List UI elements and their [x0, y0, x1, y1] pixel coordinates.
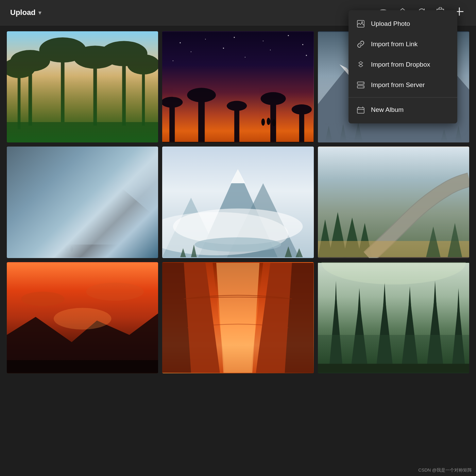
photo-cell-5[interactable]: [162, 147, 313, 258]
photo-image-1: [7, 31, 158, 142]
dropbox-icon: [357, 61, 365, 69]
svg-point-34: [205, 39, 206, 39]
dropdown-item-import-link[interactable]: Import from Link: [348, 34, 457, 54]
svg-rect-101: [7, 360, 158, 373]
svg-point-100: [86, 283, 144, 301]
svg-point-52: [261, 92, 286, 105]
svg-rect-49: [234, 108, 239, 142]
svg-point-13: [363, 87, 363, 87]
svg-point-35: [234, 37, 235, 38]
svg-rect-25: [122, 54, 126, 126]
chevron-down-icon: ▾: [38, 10, 41, 16]
svg-point-57: [272, 119, 276, 126]
svg-point-8: [361, 21, 363, 23]
svg-rect-66: [7, 147, 158, 257]
svg-rect-31: [7, 122, 158, 142]
svg-rect-45: [170, 104, 175, 142]
svg-point-83: [195, 237, 281, 252]
upload-photo-label: Upload Photo: [371, 20, 410, 28]
photo-cell-7[interactable]: [7, 262, 158, 373]
svg-marker-67: [7, 169, 158, 257]
album-icon: [357, 106, 365, 114]
photo-cell-8[interactable]: [162, 262, 313, 373]
upload-dropdown-button[interactable]: Upload ▾: [10, 8, 41, 17]
import-link-label: Import from Link: [371, 40, 418, 48]
import-server-label: Import from Server: [371, 81, 425, 89]
photo-image-6: [318, 147, 469, 258]
svg-point-41: [302, 44, 303, 45]
import-dropbox-label: Import from Dropbox: [371, 61, 430, 68]
svg-point-74: [65, 245, 68, 251]
upload-photo-icon: [357, 20, 365, 28]
svg-rect-14: [357, 108, 364, 113]
svg-marker-68: [43, 169, 108, 198]
photo-cell-4[interactable]: [7, 147, 158, 258]
svg-point-39: [223, 48, 224, 49]
svg-marker-65: [455, 126, 462, 142]
svg-point-42: [173, 61, 173, 61]
svg-marker-63: [354, 122, 362, 142]
upload-dropdown-menu: Upload Photo Import from Link Import fro…: [348, 10, 457, 123]
svg-rect-118: [318, 364, 469, 373]
upload-label: Upload: [10, 8, 36, 17]
svg-point-70: [29, 171, 57, 182]
dropdown-item-import-dropbox[interactable]: Import from Dropbox: [348, 54, 457, 75]
svg-point-99: [21, 292, 64, 306]
svg-point-73: [60, 245, 62, 251]
svg-point-48: [187, 88, 216, 102]
svg-point-40: [270, 50, 271, 50]
watermark: CSDN @我是一个对称矩阵: [418, 467, 472, 473]
svg-point-37: [288, 35, 289, 36]
svg-rect-93: [318, 241, 469, 257]
svg-point-56: [267, 118, 271, 125]
svg-point-33: [180, 42, 181, 43]
svg-rect-29: [142, 64, 145, 125]
server-icon: [357, 81, 365, 89]
svg-point-12: [363, 83, 363, 84]
photo-cell-9[interactable]: [318, 262, 469, 373]
dropdown-item-upload-photo[interactable]: Upload Photo: [348, 14, 457, 34]
svg-point-75: [70, 246, 73, 252]
svg-rect-53: [299, 111, 304, 142]
link-icon: [357, 40, 365, 48]
svg-point-38: [191, 51, 191, 52]
photo-cell-2[interactable]: [162, 31, 313, 142]
svg-point-71: [95, 177, 120, 186]
svg-marker-61: [325, 126, 332, 142]
dropdown-item-new-album[interactable]: New Album: [348, 100, 457, 120]
photo-image-9: [318, 262, 469, 373]
svg-point-54: [292, 104, 312, 115]
svg-rect-19: [29, 61, 32, 126]
dropdown-item-import-server[interactable]: Import from Server: [348, 75, 457, 95]
svg-point-50: [227, 101, 247, 111]
new-album-label: New Album: [371, 106, 404, 114]
svg-rect-23: [93, 57, 97, 125]
svg-point-44: [306, 55, 307, 56]
svg-rect-72: [7, 245, 158, 257]
dropdown-divider: [348, 97, 457, 98]
svg-point-98: [54, 308, 112, 329]
svg-point-36: [263, 40, 264, 41]
svg-point-55: [261, 118, 265, 125]
svg-marker-9: [359, 62, 363, 67]
photo-image-2: [162, 31, 313, 142]
svg-point-30: [127, 54, 158, 74]
svg-marker-62: [339, 124, 346, 142]
photo-cell-6[interactable]: [318, 147, 469, 258]
svg-marker-69: [7, 169, 43, 219]
photo-image-8: [162, 262, 313, 373]
photo-image-7: [7, 262, 158, 373]
photo-cell-1[interactable]: [7, 31, 158, 142]
svg-rect-47: [198, 97, 205, 142]
svg-rect-27: [18, 68, 20, 129]
svg-point-43: [245, 57, 245, 57]
photo-image-5: [162, 147, 313, 258]
svg-marker-64: [440, 129, 447, 142]
photo-image-4: [7, 147, 158, 258]
